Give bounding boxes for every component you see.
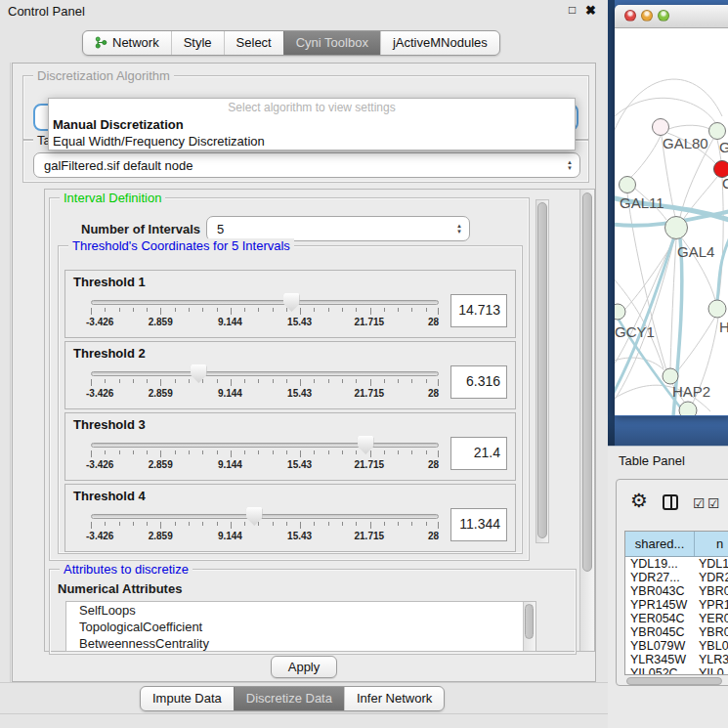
float-window-icon[interactable]: □ (569, 3, 576, 17)
top-tab-bar: Network Style Select Cyni Toolbox jActiv… (82, 30, 500, 56)
discretization-algorithm-group-title: Discretization Algorithm (33, 68, 174, 83)
threshold-2-slider[interactable]: -3.426 2.859 9.144 15.43 21.715 28 (91, 365, 439, 407)
cell-name: YDL1 (695, 557, 728, 571)
threshold-3-slider[interactable]: -3.426 2.859 9.144 15.43 21.715 28 (91, 437, 439, 478)
list-item[interactable]: SelfLoops (66, 602, 535, 619)
columns-icon[interactable] (663, 494, 678, 510)
algorithm-dropdown-popup: Select algorithm to view settings Manual… (48, 98, 576, 150)
settings-scrollbar[interactable] (579, 190, 594, 651)
threshold-coordinates-group-title: Threshold's Coordinates for 5 Intervals (68, 238, 294, 253)
minimize-traffic-light-icon[interactable] (641, 10, 653, 21)
tab-infer-network[interactable]: Infer Network (344, 687, 444, 710)
table-horizontal-scrollbar-thumb[interactable] (626, 677, 722, 685)
cell-shared-name: YDR27... (625, 571, 695, 584)
table-row[interactable]: YBL079W YBL0 (625, 639, 728, 653)
threshold-4-value-field[interactable]: 11.344 (450, 508, 507, 541)
gear-icon[interactable]: ⚙ (630, 489, 648, 512)
cell-shared-name: YBL079W (625, 639, 695, 653)
threshold-4-slider[interactable]: -3.426 2.859 9.144 15.43 21.715 28 (91, 508, 439, 549)
table-row[interactable]: YBR045C YBR0 (625, 625, 728, 639)
settings-scrollbar-thumb[interactable] (582, 193, 592, 572)
checkbox-checked-icon[interactable]: ☑ (707, 495, 720, 511)
slider-track[interactable] (91, 300, 439, 305)
tab-cyni-toolbox[interactable]: Cyni Toolbox (283, 31, 380, 55)
threshold-2-value-field[interactable]: 6.316 (450, 365, 507, 399)
bottom-tab-bar: Impute Data Discretize Data Infer Networ… (140, 686, 445, 711)
network-window-titlebar[interactable] (615, 5, 728, 28)
table-data-stepper-icon[interactable]: ▲ ▼ (567, 159, 573, 171)
close-traffic-light-icon[interactable] (624, 10, 636, 21)
cell-name: YBR0 (695, 625, 728, 639)
tick-label: 15.43 (287, 317, 312, 327)
column-header-shared[interactable]: shared... (625, 532, 695, 556)
close-window-icon[interactable]: ✖ (585, 3, 596, 18)
table-row[interactable]: YLR345W YLR3 (625, 653, 728, 666)
network-icon (95, 36, 107, 49)
number-of-intervals-stepper-icon[interactable]: ▲ ▼ (456, 223, 462, 235)
tab-discretize-data[interactable]: Discretize Data (234, 687, 344, 710)
threshold-3-panel: Threshold 3 -3.426 2.859 9.144 1 (64, 412, 516, 481)
algorithm-option-equal-width[interactable]: Equal Width/Frequency Discretization (49, 133, 575, 150)
checkbox-checked-icon[interactable]: ☑ (693, 495, 706, 511)
stepper-down-icon: ▼ (456, 229, 462, 235)
list-item[interactable]: TopologicalCoefficient (66, 619, 535, 635)
interval-scrollbar-thumb[interactable] (537, 202, 547, 538)
slider-tick-labels: -3.426 2.859 9.144 15.43 21.715 28 (91, 531, 439, 543)
tab-network[interactable]: Network (83, 31, 171, 55)
window-title: Control Panel (8, 4, 85, 19)
tick-label: 28 (428, 317, 439, 327)
node-gal80 (653, 119, 669, 136)
attributes-list-scrollbar[interactable] (523, 602, 535, 651)
threshold-1-slider[interactable]: -3.426 2.859 9.144 15.43 21.715 28 (91, 294, 439, 335)
apply-button[interactable]: Apply (271, 656, 337, 678)
slider-tick-labels: -3.426 2.859 9.144 15.43 21.715 28 (91, 317, 439, 329)
table-data-combobox[interactable]: galFiltered.sif default node ▲ ▼ (33, 152, 580, 178)
table-row[interactable]: YPR145W YPR1 (625, 598, 728, 612)
table-row[interactable]: YBR043C YBR0 (625, 584, 728, 598)
settings-scrollpane: Interval Definition Number of Intervals … (44, 189, 595, 652)
cell-name: YIL0 (695, 666, 728, 675)
threshold-3-value-field[interactable]: 21.4 (450, 437, 507, 470)
algorithm-option-manual[interactable]: Manual Discretization (49, 116, 575, 133)
slider-track[interactable] (91, 371, 439, 376)
table-horizontal-scrollbar[interactable] (624, 677, 728, 686)
tick-label: -3.426 (86, 317, 113, 327)
table-row[interactable]: YDL19... YDL1 (625, 557, 728, 571)
list-item[interactable]: BetweennessCentrality (66, 635, 535, 652)
node-h (708, 300, 726, 318)
frame-left-edge (608, 0, 615, 446)
table-panel-container: ⚙ ☑ ☑ shared... n YDL19... YDL1 YDR27...… (616, 479, 728, 686)
node-gcy1 (615, 304, 625, 320)
tab-style[interactable]: Style (171, 31, 224, 55)
left-gutter-divider (10, 63, 11, 682)
node-attribute-table[interactable]: shared... n YDL19... YDL1 YDR27... YDR2 … (624, 531, 728, 675)
tick-label: 2.859 (149, 459, 173, 470)
interval-scrollbar[interactable] (535, 199, 549, 543)
threshold-1-label: Threshold 1 (73, 275, 507, 289)
slider-track[interactable] (91, 443, 439, 448)
tab-select[interactable]: Select (224, 31, 283, 55)
tick-label: 2.859 (149, 388, 173, 399)
control-panel-titlebar: Control Panel □ ✖ (0, 0, 608, 23)
cell-name: YLR3 (695, 653, 728, 666)
slider-tick-labels: -3.426 2.859 9.144 15.43 21.715 28 (91, 459, 439, 472)
numerical-attributes-list[interactable]: SelfLoops TopologicalCoefficient Between… (65, 601, 536, 652)
column-header-name[interactable]: n (695, 532, 728, 556)
threshold-1-value-field[interactable]: 14.713 (450, 294, 507, 327)
table-panel-body: ⚙ ☑ ☑ shared... n YDL19... YDL1 YDR27...… (608, 475, 728, 728)
slider-track[interactable] (91, 514, 439, 519)
tick-label: 21.715 (355, 459, 385, 470)
discretization-algorithm-group: Discretization Algorithm ▲ ▼ Select algo… (22, 75, 589, 140)
table-row[interactable]: YER054C YER0 (625, 612, 728, 625)
zoom-traffic-light-icon[interactable] (658, 10, 669, 21)
table-row[interactable]: YDR27... YDR2 (625, 571, 728, 584)
table-row[interactable]: YIL052C YIL0 (625, 666, 728, 675)
attributes-list-scrollbar-thumb[interactable] (525, 604, 534, 639)
cell-shared-name: YBR045C (625, 625, 695, 639)
cell-name: YBR0 (695, 584, 728, 598)
network-graph: GAL80 GA C GAL11 GAL4 GCY1 H HAP2 (615, 28, 728, 415)
tab-jactivemnodules[interactable]: jActiveMNodules (380, 31, 499, 55)
tick-label: 15.43 (287, 531, 312, 541)
tab-impute-data[interactable]: Impute Data (141, 687, 234, 710)
network-canvas[interactable]: GAL80 GA C GAL11 GAL4 GCY1 H HAP2 (615, 28, 728, 415)
